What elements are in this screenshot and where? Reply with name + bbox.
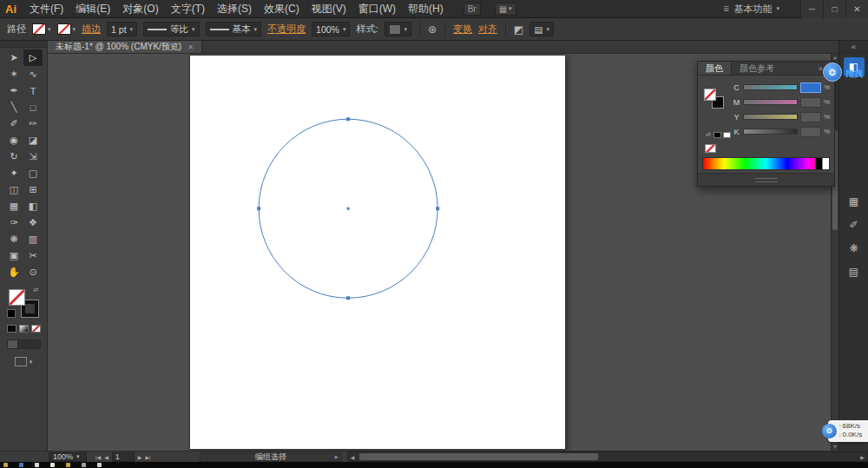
close-tab-icon[interactable]: ✕: [187, 43, 194, 51]
direct-selection-tool[interactable]: ▷: [23, 49, 43, 66]
status-display[interactable]: 编组选择 ▶: [200, 452, 342, 462]
perspective-grid-tool[interactable]: ⊞: [23, 181, 43, 198]
shape-builder-tool[interactable]: ◫: [4, 181, 23, 198]
artboard-number-input[interactable]: 1: [112, 452, 135, 462]
anchor-point-left[interactable]: [257, 207, 260, 210]
cyan-value-input[interactable]: [800, 82, 821, 93]
menu-object[interactable]: 对象(O): [116, 0, 164, 17]
rectangle-tool[interactable]: □: [23, 99, 43, 115]
menu-file[interactable]: 文件(F): [23, 0, 69, 17]
zoom-level-select[interactable]: 100% ▾: [49, 452, 87, 462]
black-slider[interactable]: [743, 129, 798, 135]
menu-help[interactable]: 帮助(H): [402, 0, 450, 17]
taskbar-icon[interactable]: [50, 463, 55, 467]
last-artboard-icon[interactable]: ▶|: [145, 454, 150, 460]
horizontal-scroll-thumb[interactable]: [359, 453, 598, 460]
slice-tool[interactable]: ✂: [23, 247, 43, 264]
close-button[interactable]: ✕: [845, 0, 868, 18]
anchor-point-top[interactable]: [346, 117, 350, 121]
pencil-tool[interactable]: ✏: [23, 115, 43, 132]
default-fill-stroke-icon[interactable]: [9, 311, 16, 318]
lasso-tool[interactable]: ∿: [23, 66, 43, 82]
none-button[interactable]: [31, 325, 41, 333]
line-segment-tool[interactable]: ╲: [4, 99, 23, 115]
fill-swatch[interactable]: [9, 289, 25, 306]
taskbar-icon[interactable]: [66, 463, 70, 467]
selection-tool[interactable]: ➤: [4, 49, 23, 66]
blob-brush-tool[interactable]: ◉: [4, 132, 23, 148]
menu-edit[interactable]: 编辑(E): [69, 0, 116, 17]
scale-tool[interactable]: ⇲: [23, 148, 43, 165]
spectrum-white-swatch[interactable]: [822, 158, 829, 169]
tab-color[interactable]: 颜色: [698, 62, 732, 75]
anchor-point-right[interactable]: [436, 207, 439, 210]
menu-effect[interactable]: 效果(C): [258, 0, 306, 17]
taskbar-icon[interactable]: [82, 463, 86, 467]
taskbar-icon[interactable]: [97, 463, 102, 467]
recorder-float-ball[interactable]: ❂: [823, 63, 842, 82]
yellow-slider[interactable]: [743, 114, 798, 120]
graphic-style-select[interactable]: ▾: [385, 22, 412, 36]
stroke-panel-link[interactable]: 描边: [82, 23, 101, 36]
free-transform-tool[interactable]: ▢: [23, 165, 43, 181]
rotate-tool[interactable]: ↻: [4, 148, 23, 165]
swatches-panel-icon[interactable]: ▦: [844, 192, 865, 211]
scroll-right-icon[interactable]: ▶: [858, 454, 867, 460]
arrange-documents-icon[interactable]: ▦ ▾: [495, 3, 516, 16]
recolor-artwork-icon[interactable]: ⊛: [428, 23, 437, 36]
scroll-left-icon[interactable]: ◀: [348, 454, 358, 460]
network-speed-overlay[interactable]: ❂ ↑ 68K/s ↓ 0.0K/s: [828, 420, 868, 442]
width-profile-select[interactable]: 等比 ▾: [143, 22, 200, 36]
first-artboard-icon[interactable]: |◀: [95, 454, 101, 460]
swap-icon[interactable]: ⇄: [706, 131, 711, 138]
taskbar-icon[interactable]: [19, 463, 23, 467]
pen-tool[interactable]: ✒: [4, 82, 23, 99]
menu-type[interactable]: 文字(T): [165, 0, 211, 17]
stroke-width-input[interactable]: 1 pt ▾: [107, 22, 137, 36]
panel-options-select[interactable]: ▤ ▾: [529, 22, 553, 36]
column-graph-tool[interactable]: ▥: [23, 231, 43, 247]
artboard[interactable]: [189, 55, 566, 450]
paintbrush-tool[interactable]: ✐: [4, 115, 23, 132]
transform-panel-link[interactable]: 变换: [453, 23, 472, 36]
opacity-panel-link[interactable]: 不透明度: [267, 23, 306, 36]
menu-select[interactable]: 选择(S): [211, 0, 258, 17]
layers-panel-icon[interactable]: ▤: [844, 262, 865, 281]
draw-behind-button[interactable]: [18, 340, 30, 348]
magenta-value-input[interactable]: [800, 97, 821, 108]
scroll-down-icon[interactable]: ▼: [832, 443, 838, 451]
shape-options-icon[interactable]: ◩: [514, 23, 523, 36]
spectrum-black-swatch[interactable]: [815, 158, 822, 169]
hand-tool[interactable]: ✋: [4, 264, 23, 280]
artboard-tool[interactable]: ▣: [4, 247, 23, 264]
eyedropper-tool[interactable]: ✑: [4, 214, 23, 231]
magic-wand-tool[interactable]: ✶: [4, 66, 23, 82]
swap-fill-stroke-icon[interactable]: ⇄: [33, 287, 38, 293]
taskbar-icon[interactable]: [35, 463, 39, 467]
panel-fill-swatch[interactable]: [704, 89, 716, 101]
brushes-panel-icon[interactable]: ✐: [844, 215, 865, 234]
previous-artboard-icon[interactable]: ◀: [104, 454, 108, 460]
panel-resize-gripper[interactable]: [755, 178, 778, 182]
gradient-button[interactable]: [19, 325, 29, 333]
app-logo[interactable]: Ai: [0, 3, 23, 16]
screen-mode-button[interactable]: ▾: [0, 357, 47, 366]
magenta-slider[interactable]: [743, 99, 798, 105]
bridge-icon[interactable]: Br: [464, 3, 481, 16]
blend-tool[interactable]: ❖: [23, 214, 43, 231]
zoom-tool[interactable]: ⊙: [23, 264, 43, 280]
minimize-button[interactable]: ─: [800, 0, 823, 18]
draw-normal-button[interactable]: [8, 340, 19, 348]
menu-view[interactable]: 视图(V): [306, 0, 352, 17]
brush-definition-select[interactable]: 基本 ▾: [206, 22, 262, 36]
width-tool[interactable]: ✦: [4, 165, 23, 181]
yellow-value-input[interactable]: [800, 112, 821, 122]
next-artboard-icon[interactable]: ▶: [138, 454, 142, 460]
opacity-input[interactable]: 100% ▾: [312, 22, 350, 36]
gradient-tool[interactable]: ◧: [23, 198, 43, 214]
expand-panel-icon[interactable]: »: [819, 64, 823, 73]
menu-window[interactable]: 窗口(W): [352, 0, 402, 17]
fill-color-swatch[interactable]: ▾: [32, 23, 51, 35]
color-button[interactable]: [7, 325, 16, 333]
expand-dock-icon[interactable]: «: [839, 41, 868, 53]
